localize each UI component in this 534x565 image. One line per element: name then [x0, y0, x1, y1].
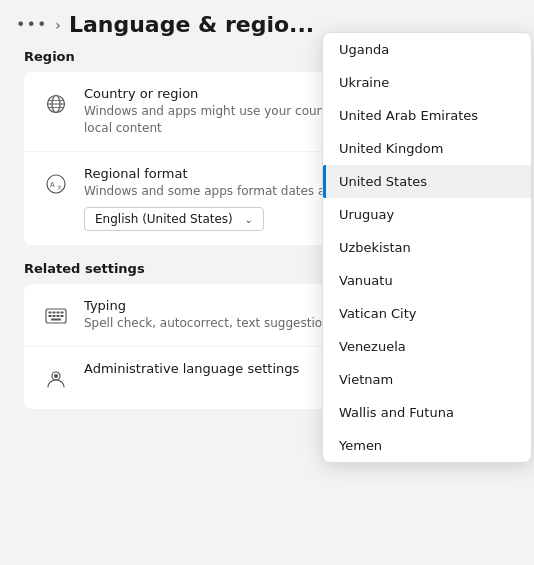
dropdown-item[interactable]: United Kingdom [323, 132, 531, 165]
admin-language-icon [40, 363, 72, 395]
svg-text:A: A [50, 181, 55, 188]
dropdown-item[interactable]: Venezuela [323, 330, 531, 363]
more-options-icon[interactable]: ••• [16, 15, 47, 34]
svg-rect-13 [49, 315, 52, 317]
regional-format-dropdown[interactable]: English (United States) ⌄ [84, 207, 264, 231]
country-dropdown-overlay[interactable]: UgandaUkraineUnited Arab EmiratesUnited … [322, 32, 532, 463]
globe-icon [40, 88, 72, 120]
svg-rect-16 [61, 315, 64, 317]
svg-rect-17 [51, 319, 61, 321]
dropdown-item[interactable]: Vietnam [323, 363, 531, 396]
dropdown-item[interactable]: Uzbekistan [323, 231, 531, 264]
svg-rect-9 [49, 312, 52, 314]
svg-rect-12 [61, 312, 64, 314]
dropdown-item[interactable]: Vatican City [323, 297, 531, 330]
svg-rect-15 [57, 315, 60, 317]
dropdown-item[interactable]: Uruguay [323, 198, 531, 231]
dropdown-item[interactable]: United States [323, 165, 531, 198]
dropdown-item[interactable]: United Arab Emirates [323, 99, 531, 132]
dropdown-item[interactable]: Uganda [323, 33, 531, 66]
svg-rect-11 [57, 312, 60, 314]
dropdown-item[interactable]: Wallis and Futuna [323, 396, 531, 429]
breadcrumb-chevron-icon: › [55, 17, 61, 33]
svg-rect-14 [53, 315, 56, 317]
keyboard-icon [40, 300, 72, 332]
format-icon: A 文 [40, 168, 72, 200]
svg-text:文: 文 [57, 184, 62, 190]
dropdown-item[interactable]: Ukraine [323, 66, 531, 99]
window: ••• › Language & regio... Region [0, 0, 534, 565]
svg-rect-10 [53, 312, 56, 314]
svg-point-19 [54, 374, 58, 378]
page-title: Language & regio... [69, 12, 314, 37]
dropdown-value: English (United States) [95, 212, 233, 226]
dropdown-item[interactable]: Yemen [323, 429, 531, 462]
dropdown-arrow-icon: ⌄ [245, 214, 253, 225]
dropdown-item[interactable]: Vanuatu [323, 264, 531, 297]
